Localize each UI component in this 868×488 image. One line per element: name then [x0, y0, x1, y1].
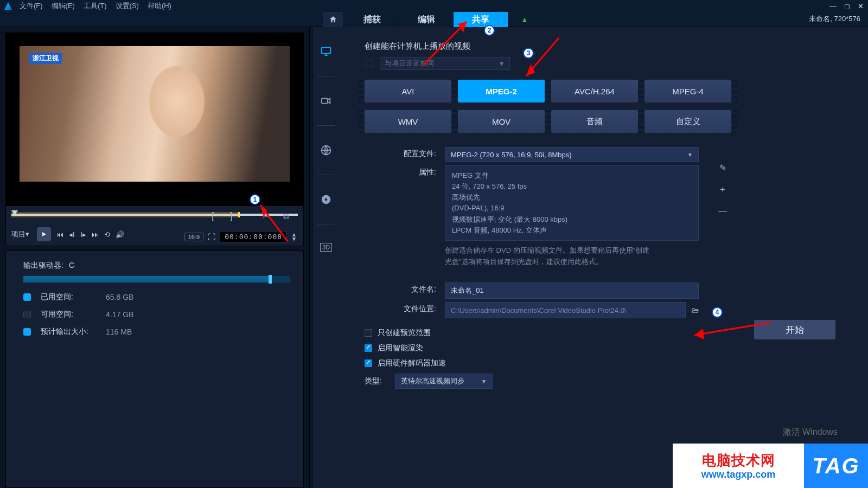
add-profile-icon[interactable]: ＋: [718, 184, 727, 195]
attr-line: 视频数据速率: 变化 (最大 8000 kbps): [452, 214, 692, 225]
format-avi[interactable]: AVI: [365, 80, 451, 102]
attr-label: 属性:: [365, 165, 445, 177]
annotation-badge-2: 2: [484, 25, 495, 36]
start-button[interactable]: 开始: [754, 320, 835, 339]
chevron-down-icon: ▼: [481, 378, 487, 384]
site-watermark: 电脑技术网 www.tagxp.com TAG: [673, 444, 868, 488]
target-computer[interactable]: [320, 46, 332, 57]
tab-capture[interactable]: 捕获: [345, 12, 399, 27]
mode-label: 项目▾: [11, 229, 29, 239]
drive-used-value: 65.8 GB: [106, 293, 133, 301]
tab-edit-label: 编辑: [418, 14, 435, 25]
attr-line: 高场优先: [452, 192, 692, 203]
upload-icon[interactable]: ▲: [521, 15, 528, 24]
home-icon: [329, 15, 337, 24]
drive-free-row: 可用空间: 4.17 GB: [23, 310, 290, 319]
seek-bar[interactable]: [11, 214, 298, 216]
timecode-stepper-icon[interactable]: ▲▼: [291, 233, 297, 241]
format-grid: AVIMPEG-2AVC/H.264MPEG-4WMVMOV音频自定义: [365, 80, 846, 133]
drive-est-row: 预计输出大小: 116 MB: [23, 327, 290, 337]
location-input[interactable]: C:\Users\admin\Documents\Corel VideoStud…: [445, 302, 686, 318]
step-fwd-icon[interactable]: Ⅰ▸: [80, 230, 86, 239]
free-swatch-icon: [23, 311, 31, 318]
maximize-icon[interactable]: ◻: [844, 2, 850, 10]
opt-smart-render-label: 启用智能渲染: [378, 343, 423, 353]
drive-free-value: 4.17 GB: [106, 310, 133, 319]
checkbox-icon: [365, 329, 372, 337]
step-back-icon[interactable]: ◂Ⅰ: [69, 230, 75, 239]
opt-hw-decode[interactable]: 启用硬件解码器加速: [365, 358, 846, 368]
timecode-display[interactable]: 00:00:00:000: [220, 231, 287, 242]
menu-file[interactable]: 文件(F): [20, 1, 43, 11]
transport-controls: 项目▾ ⏮ ◂Ⅰ Ⅰ▸ ⏭ ⟲ 🔊: [11, 227, 124, 241]
target-device[interactable]: [320, 95, 332, 107]
menubar: 文件(F) 编辑(E) 工具(T) 设置(S) 帮助(H) — ◻ ✕: [0, 0, 868, 12]
format-[interactable]: 自定义: [644, 110, 731, 133]
menu-help[interactable]: 帮助(H): [148, 1, 171, 11]
profile-value: MPEG-2 (720 x 576, 16:9, 50i, 8Mbps): [451, 151, 572, 159]
drive-usage-bar: [23, 276, 290, 282]
tab-share[interactable]: 共享: [454, 12, 508, 27]
decoder-type-dropdown[interactable]: 英特尔高速视频同步 ▼: [395, 374, 493, 389]
home-button[interactable]: [323, 12, 343, 27]
output-drive-panel: 输出驱动器:C 已用空间: 65.8 GB 可用空间: 4.17 GB 预计输出…: [5, 251, 304, 488]
same-as-project-checkbox[interactable]: [366, 60, 373, 67]
format-[interactable]: 音频: [551, 110, 638, 133]
format-description: 创建适合储存在 DVD 的压缩视频文件。如果想要稍后再使用"创建 光盘"选项将项…: [445, 245, 699, 268]
menu-tools[interactable]: 工具(T): [84, 1, 107, 11]
checkbox-icon: [365, 344, 372, 352]
go-end-icon[interactable]: ⏭: [92, 230, 99, 239]
timecode-group: 16:9 ⛶ 00:00:00:000 ▲▼: [184, 231, 297, 242]
globe-icon: [320, 144, 332, 156]
go-start-icon[interactable]: ⏮: [56, 230, 63, 239]
edit-profile-icon[interactable]: ✎: [719, 163, 726, 173]
format-mpeg4[interactable]: MPEG-4: [644, 80, 731, 102]
snapshot-icon[interactable]: ⧉: [283, 211, 289, 221]
browse-folder-icon[interactable]: 🗁: [691, 306, 699, 314]
format-mpeg2[interactable]: MPEG-2: [458, 80, 545, 102]
tab-share-label: 共享: [472, 14, 489, 25]
format-avch264[interactable]: AVC/H.264: [551, 80, 638, 102]
aspect-ratio-button[interactable]: 16:9: [184, 233, 203, 241]
annotation-badge-4: 4: [712, 307, 723, 318]
mark-in-out-icon[interactable]: [ ]: [212, 210, 239, 222]
profile-dropdown[interactable]: MPEG-2 (720 x 576, 16:9, 50i, 8Mbps) ▼: [445, 147, 699, 162]
filename-input[interactable]: 未命名_01: [445, 282, 699, 299]
camcorder-icon: [320, 95, 332, 107]
svg-point-4: [325, 198, 328, 201]
svg-rect-1: [322, 98, 328, 103]
volume-icon[interactable]: 🔊: [116, 230, 124, 239]
drive-free-label: 可用空间:: [41, 310, 106, 319]
channel-watermark: 浙江卫视: [29, 53, 62, 64]
tab-edit[interactable]: 编辑: [399, 12, 454, 27]
menu-settings[interactable]: 设置(S): [116, 1, 139, 11]
target-3d[interactable]: 3D: [320, 243, 332, 252]
close-icon[interactable]: ✕: [858, 2, 864, 10]
format-wmv[interactable]: WMV: [365, 110, 451, 133]
loop-icon[interactable]: ⟲: [104, 230, 110, 239]
windows-activation-hint: 激活 Windows: [783, 427, 838, 438]
menu-edit[interactable]: 编辑(E): [52, 1, 75, 11]
opt-hw-decode-label: 启用硬件解码器加速: [378, 358, 446, 368]
export-settings-panel: 创建能在计算机上播放的视频 与项目设置相同 ▼ AVIMPEG-2AVC/H.2…: [340, 27, 868, 488]
target-disc[interactable]: [320, 194, 332, 206]
target-web[interactable]: [320, 144, 332, 156]
svg-rect-0: [322, 48, 331, 54]
disc-icon: [320, 194, 332, 206]
same-as-project-dropdown[interactable]: 与项目设置相同 ▼: [380, 57, 510, 70]
remove-profile-icon[interactable]: —: [718, 206, 727, 216]
est-swatch-icon: [23, 328, 31, 336]
scissors-icon[interactable]: ✂: [263, 211, 270, 221]
main-area: 浙江卫视 [ ] ✂ ⧉ 项目▾ ⏮ ◂Ⅰ Ⅰ▸ ⏭ ⟲ 🔊 16:9: [0, 27, 868, 488]
expand-icon[interactable]: ⛶: [208, 233, 215, 241]
filename-value: 未命名_01: [451, 286, 484, 296]
watermark-tag: TAG: [804, 444, 868, 488]
used-swatch-icon: [23, 293, 31, 301]
format-mov[interactable]: MOV: [458, 110, 545, 133]
tab-capture-label: 捕获: [363, 14, 381, 25]
app-logo-icon: [4, 2, 12, 10]
play-button[interactable]: [37, 227, 51, 241]
three-d-icon: 3D: [320, 243, 332, 252]
minimize-icon[interactable]: —: [829, 2, 837, 10]
opt-smart-render[interactable]: 启用智能渲染: [365, 343, 846, 353]
